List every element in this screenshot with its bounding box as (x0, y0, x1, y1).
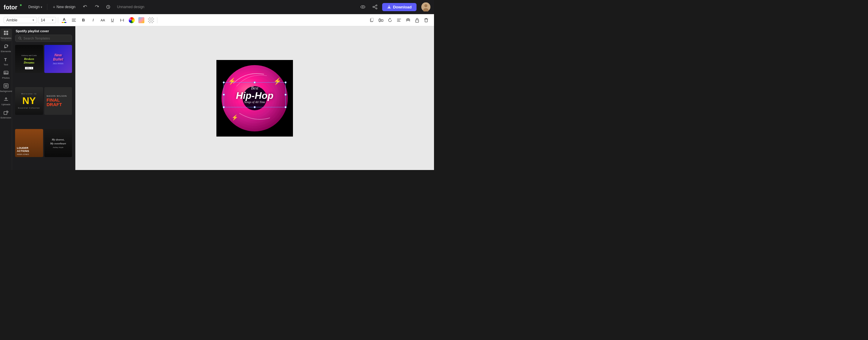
svg-point-5 (376, 5, 377, 6)
svg-text:T: T (4, 57, 7, 62)
new-design-button[interactable]: + New design (50, 3, 79, 10)
formatting-toolbar: Amble ▾ 14 ▾ A B I AA U (0, 14, 434, 26)
search-input[interactable] (24, 36, 69, 40)
svg-point-4 (362, 6, 364, 7)
svg-rect-32 (6, 33, 8, 35)
svg-rect-41 (4, 112, 7, 115)
font-size-aa-button[interactable]: AA (98, 16, 107, 24)
svg-point-38 (4, 72, 5, 73)
right-toolbar-icons (368, 16, 430, 24)
extension-icon (4, 110, 8, 116)
chevron-down-icon: ▾ (33, 19, 34, 22)
svg-rect-31 (4, 33, 6, 35)
chevron-down-icon: ▾ (41, 5, 42, 9)
templates-grid: Anthony and Curtis BrokenDreams VOL. 3 N… (12, 45, 75, 170)
sidebar-item-background[interactable]: Background (0, 82, 12, 94)
svg-rect-28 (425, 19, 427, 22)
svg-marker-35 (7, 44, 8, 46)
handle-tr[interactable] (284, 82, 287, 84)
top-navbar: fotor Design ▾ + New design Unnamed desi… (0, 0, 434, 14)
text-songs: Songs of All Time (226, 100, 283, 104)
text-align-button[interactable] (70, 16, 78, 24)
copy-style-button[interactable] (368, 16, 376, 24)
handle-tl[interactable] (223, 82, 225, 84)
text-color-button[interactable]: A (60, 16, 68, 24)
photos-icon (4, 70, 8, 76)
sidebar-item-uploads[interactable]: Uploads (0, 95, 12, 107)
svg-rect-20 (371, 18, 373, 21)
template-sweetheart[interactable]: My dearest,My sweetheart Ashley Hoyle (44, 129, 72, 157)
svg-rect-27 (415, 20, 418, 22)
text-align-toolbar-button[interactable] (395, 16, 403, 24)
layers-button[interactable] (404, 16, 412, 24)
font-size-selector[interactable]: 14 ▾ (38, 17, 56, 23)
italic-button[interactable]: I (89, 16, 97, 24)
lock-button[interactable] (413, 16, 421, 24)
design-menu-button[interactable]: Design ▾ (26, 4, 44, 10)
color-picker-button[interactable] (127, 16, 136, 24)
svg-point-1 (20, 4, 22, 6)
elements-icon (4, 44, 8, 50)
templates-panel: Spotify playlist cover Anthony and Curti… (12, 26, 75, 170)
letter-spacing-button[interactable] (118, 16, 126, 24)
svg-rect-29 (4, 31, 6, 33)
svg-rect-34 (4, 47, 6, 48)
plus-icon: + (53, 4, 55, 9)
text-icon: T (4, 57, 8, 63)
align-distribute-button[interactable] (377, 16, 385, 24)
templates-icon (4, 30, 8, 36)
avatar[interactable] (421, 2, 430, 11)
svg-line-43 (21, 39, 22, 39)
panel-title: Spotify playlist cover (12, 26, 75, 35)
search-bar[interactable] (15, 35, 72, 42)
history-button[interactable] (104, 2, 113, 11)
sidebar-item-photos[interactable]: Photos (0, 68, 12, 81)
svg-point-6 (373, 6, 374, 7)
underline-button[interactable]: U (108, 16, 117, 24)
svg-line-8 (374, 6, 376, 7)
svg-point-11 (424, 4, 427, 7)
background-icon (4, 84, 8, 89)
toolbar-divider-2 (157, 17, 157, 23)
template-final-draft[interactable]: MASON WILSON FINALDRAFT (44, 87, 72, 115)
canvas-design[interactable]: ⚡ ⚡ ⚡ (216, 60, 293, 136)
template-broken-dreams[interactable]: Anthony and Curtis BrokenDreams VOL. 3 (15, 45, 43, 73)
svg-rect-22 (381, 20, 383, 22)
svg-point-7 (376, 8, 377, 9)
svg-rect-40 (5, 85, 7, 87)
text-hiphop: Hip-Hop (226, 91, 283, 100)
sidebar-item-elements[interactable]: Elements (0, 42, 12, 55)
text-content: Best Hip-Hop Songs of All Time (225, 84, 284, 106)
template-new-bullet[interactable]: NewBullet Jazz Artists (44, 45, 72, 73)
chevron-down-icon: ▾ (52, 19, 53, 22)
uploads-icon (4, 97, 8, 102)
undo-button[interactable] (81, 2, 90, 11)
fotor-logo[interactable]: fotor (4, 3, 22, 10)
template-louder-actions[interactable]: LOUDERACTIONS AIDEN JONES (15, 129, 43, 157)
left-sidebar: Templates Elements T Text (0, 26, 12, 170)
delete-button[interactable] (422, 16, 430, 24)
opacity-button[interactable] (147, 16, 155, 24)
text-group[interactable]: Best Hip-Hop Songs of All Time (225, 84, 284, 106)
gradient-button[interactable] (137, 16, 146, 24)
svg-text:fotor: fotor (4, 4, 18, 10)
rotate-button[interactable] (386, 16, 394, 24)
search-icon (19, 36, 22, 40)
bold-button[interactable]: B (79, 16, 88, 24)
svg-point-42 (19, 37, 21, 39)
redo-button[interactable] (92, 2, 101, 11)
download-button[interactable]: Download (382, 3, 416, 11)
share-button[interactable] (370, 2, 380, 12)
lightning-bottom: ⚡ (231, 114, 238, 121)
sidebar-item-extension[interactable]: Extension (0, 108, 12, 121)
font-family-selector[interactable]: Amble ▾ (4, 17, 37, 23)
sidebar-item-templates[interactable]: Templates (0, 29, 12, 41)
canvas-wrapper: ⚡ ⚡ ⚡ (216, 60, 293, 136)
toolbar-divider-1 (58, 17, 58, 23)
canvas-area[interactable]: ⚡ ⚡ ⚡ (75, 26, 434, 170)
svg-rect-30 (6, 31, 8, 33)
template-ny[interactable]: Welcome to NY Essential Collection (15, 87, 43, 115)
preview-button[interactable] (358, 2, 368, 12)
sidebar-item-text[interactable]: T Text (0, 55, 12, 68)
design-name[interactable]: Unnamed design (117, 5, 144, 9)
